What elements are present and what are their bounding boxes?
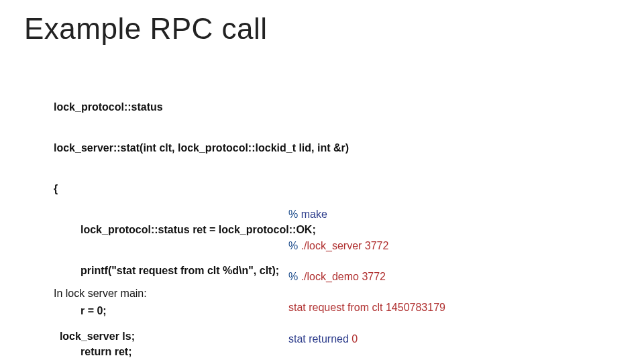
terminal-cmd: ./lock_demo 3772: [301, 271, 386, 282]
slide-title: Example RPC call: [24, 12, 268, 46]
code-line: lock_server::stat(int clt, lock_protocol…: [54, 138, 349, 158]
code-line: lock_protocol::status: [54, 97, 349, 117]
terminal-line: % make: [288, 206, 445, 222]
terminal-line: stat request from clt 1450783179: [288, 300, 445, 315]
terminal-output: % make % ./lock_server 3772 % ./lock_dem…: [288, 191, 445, 362]
terminal-cmd: make: [301, 208, 327, 220]
terminal-line: % ./lock_server 3772: [288, 238, 445, 253]
terminal-line: % ./lock_demo 3772: [288, 269, 445, 284]
terminal-text: 0: [352, 333, 358, 345]
code-text: lock_server ls;: [60, 330, 135, 342]
terminal-line: stat returned 0: [288, 331, 445, 347]
prompt-percent: %: [288, 240, 301, 251]
terminal-cmd: ./lock_server 3772: [301, 240, 389, 251]
terminal-text: stat returned: [288, 333, 352, 345]
prompt-percent: %: [288, 271, 301, 282]
prompt-percent: %: [288, 208, 301, 220]
